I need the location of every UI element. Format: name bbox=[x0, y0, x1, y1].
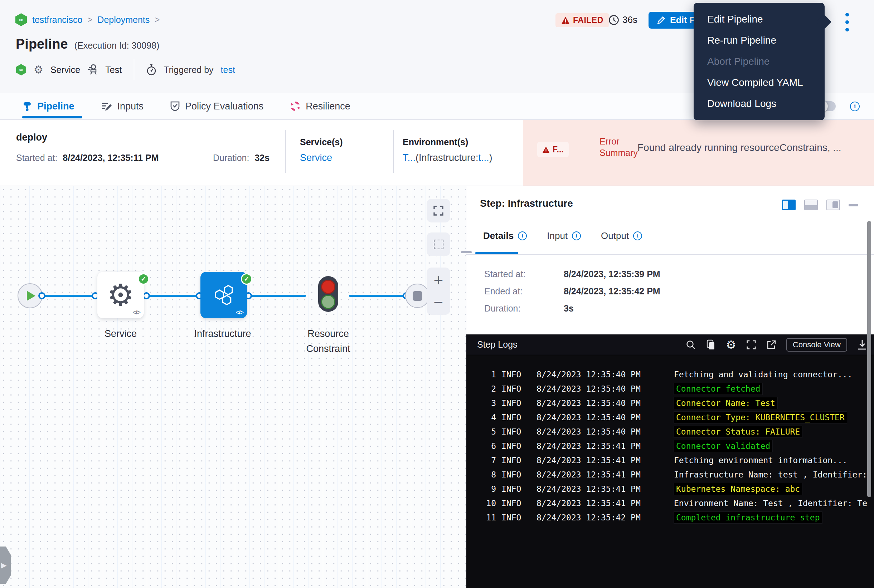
search-logs-icon[interactable] bbox=[686, 340, 696, 350]
floating-panel-icon[interactable] bbox=[826, 200, 840, 210]
test-tag[interactable]: Test bbox=[105, 65, 122, 75]
clock-icon bbox=[608, 15, 619, 26]
panel-resize-handle[interactable] bbox=[461, 251, 472, 253]
step-tabs: Details i Input i Output i bbox=[483, 230, 642, 242]
harness-logo-icon: ∞ bbox=[15, 13, 27, 27]
menu-item-edit-pipeline[interactable]: Edit Pipeline bbox=[693, 9, 824, 30]
log-rows[interactable]: 1INFO8/24/2023 12:35:40 PMFetching and v… bbox=[466, 368, 874, 525]
node-resource-constraint[interactable] bbox=[318, 276, 338, 312]
log-line-number: 5 bbox=[477, 427, 496, 436]
log-message: Infrastructure Name: test , Identifier: bbox=[674, 470, 867, 479]
info-icon[interactable]: i bbox=[633, 231, 642, 240]
log-row: 1INFO8/24/2023 12:35:40 PMFetching and v… bbox=[466, 368, 874, 382]
step-logs-title: Step Logs bbox=[477, 339, 517, 350]
logs-fullscreen-icon[interactable] bbox=[746, 340, 756, 350]
port bbox=[38, 292, 45, 299]
success-check-badge: ✓ bbox=[138, 273, 149, 285]
started-at-value: 8/24/2023, 12:35:11 PM bbox=[63, 153, 159, 163]
tab-inputs[interactable]: Inputs bbox=[101, 101, 144, 112]
environment-infra-text: (Infrastructure: bbox=[415, 152, 478, 163]
zoom-out-button[interactable]: − bbox=[434, 292, 444, 312]
log-message: Completed infrastructure step bbox=[674, 512, 822, 523]
log-message: Connector fetched bbox=[674, 383, 762, 394]
copy-logs-icon[interactable] bbox=[706, 339, 716, 350]
green-light bbox=[321, 295, 335, 309]
log-row: 5INFO8/24/2023 12:35:40 PMConnector Stat… bbox=[466, 424, 874, 439]
panel-scrollbar[interactable] bbox=[867, 221, 871, 497]
log-level: INFO bbox=[501, 441, 521, 451]
menu-item-rerun-pipeline[interactable]: Re-run Pipeline bbox=[693, 30, 824, 51]
menu-item-view-compiled-yaml[interactable]: View Compiled YAML bbox=[693, 72, 824, 93]
log-level: INFO bbox=[501, 384, 521, 393]
service-tag[interactable]: Service bbox=[50, 65, 80, 75]
menu-item-download-logs[interactable]: Download Logs bbox=[693, 93, 824, 114]
environment-link[interactable]: T... bbox=[403, 152, 415, 163]
node-service[interactable]: ⚙ </> bbox=[97, 272, 144, 318]
step-tab-details[interactable]: Details i bbox=[483, 230, 527, 242]
log-line-number: 6 bbox=[477, 441, 496, 451]
breadcrumb-separator: > bbox=[87, 15, 92, 25]
detail-row-duration: Duration:3s bbox=[484, 303, 520, 314]
log-timestamp: 8/24/2023 12:35:41 PM bbox=[537, 484, 641, 494]
error-summary-zone: F... Error Summary Found already running… bbox=[523, 120, 874, 186]
info-icon[interactable]: i bbox=[850, 102, 860, 111]
log-timestamp: 8/24/2023 12:35:41 PM bbox=[537, 456, 641, 465]
log-row: 4INFO8/24/2023 12:35:40 PMConnector Type… bbox=[466, 410, 874, 424]
canvas-fullscreen-button[interactable] bbox=[427, 199, 450, 222]
page-title: Pipeline bbox=[16, 36, 68, 52]
stage-name[interactable]: deploy bbox=[16, 132, 47, 143]
status-badge: FAILED bbox=[555, 13, 609, 27]
status-text: FAILED bbox=[573, 15, 603, 25]
expand-panel-handle[interactable]: ▶ bbox=[0, 546, 11, 584]
more-options-kebab-icon[interactable] bbox=[842, 13, 853, 32]
stopwatch-icon bbox=[146, 64, 156, 75]
info-icon[interactable]: i bbox=[572, 231, 581, 240]
log-line-number: 4 bbox=[477, 413, 496, 422]
tab-resilience[interactable]: Resilience bbox=[290, 101, 351, 112]
info-icon[interactable]: i bbox=[518, 231, 527, 240]
step-tab-details-label: Details bbox=[483, 230, 514, 242]
step-tab-output[interactable]: Output i bbox=[601, 230, 642, 242]
node-infrastructure[interactable]: </> bbox=[200, 272, 247, 318]
warning-triangle-icon bbox=[561, 16, 570, 24]
pipeline-icon bbox=[22, 101, 32, 112]
minimize-panel-icon[interactable] bbox=[848, 204, 858, 206]
console-view-button[interactable]: Console View bbox=[786, 338, 847, 352]
breadcrumb-deployments-link[interactable]: Deployments bbox=[97, 15, 150, 25]
log-message: Connector Name: Test bbox=[674, 398, 777, 409]
error-summary-text[interactable]: Found already running resourceConstrains… bbox=[638, 142, 852, 153]
menu-item-abort-pipeline: Abort Pipeline bbox=[693, 51, 824, 72]
log-message: Fetching environment information... bbox=[674, 456, 847, 465]
end-node[interactable] bbox=[405, 284, 429, 308]
edge-start-service bbox=[42, 295, 95, 297]
infrastructure-link[interactable]: t... bbox=[478, 152, 489, 163]
step-tab-input[interactable]: Input i bbox=[547, 230, 581, 242]
open-logs-external-icon[interactable] bbox=[766, 340, 776, 350]
breadcrumb-project-link[interactable]: testfrancisco bbox=[32, 15, 82, 25]
tab-pipeline[interactable]: Pipeline bbox=[22, 101, 74, 112]
log-message: Connector validated bbox=[674, 440, 772, 452]
triggered-by-user-link[interactable]: test bbox=[221, 65, 235, 75]
log-row: 10INFO8/24/2023 12:35:41 PMEnvironment N… bbox=[466, 496, 874, 510]
tab-policy-evaluations-label: Policy Evaluations bbox=[185, 101, 263, 112]
download-logs-icon[interactable] bbox=[857, 339, 867, 350]
log-line-number: 7 bbox=[477, 456, 496, 465]
vertical-split-icon[interactable] bbox=[782, 200, 796, 210]
tab-policy-evaluations[interactable]: Policy Evaluations bbox=[170, 100, 263, 112]
shield-check-icon bbox=[170, 100, 180, 112]
service-link[interactable]: Service bbox=[300, 152, 343, 164]
error-chip-label: F... bbox=[553, 145, 564, 154]
stage-divider bbox=[285, 130, 286, 173]
horizontal-split-icon[interactable] bbox=[804, 200, 818, 210]
svg-text:∞: ∞ bbox=[19, 16, 24, 23]
zoom-in-button[interactable]: + bbox=[434, 270, 444, 290]
edge-infrastructure-rc bbox=[248, 295, 306, 297]
log-row: 7INFO8/24/2023 12:35:41 PMFetching envir… bbox=[466, 453, 874, 468]
pipeline-execution-page: ∞ testfrancisco > Deployments > Pipeline… bbox=[0, 0, 874, 588]
canvas-select-button[interactable] bbox=[427, 232, 450, 256]
environments-block: Environment(s) T...(Infrastructure:t...) bbox=[403, 137, 492, 164]
pipeline-graph-canvas[interactable]: ⚙ </> ✓ Service </> ✓ Infrastructure Res… bbox=[0, 186, 466, 588]
step-title: Step: Infrastructure bbox=[480, 198, 573, 209]
log-settings-gear-icon[interactable]: ⚙ bbox=[726, 339, 736, 351]
log-timestamp: 8/24/2023 12:35:40 PM bbox=[537, 384, 641, 393]
